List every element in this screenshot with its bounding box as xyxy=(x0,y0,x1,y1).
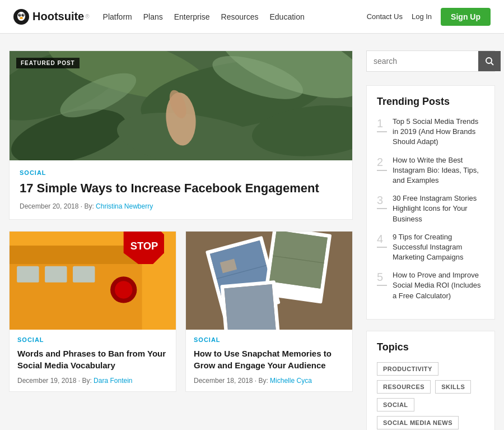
logo-trademark: ® xyxy=(85,13,89,20)
article-meta-1: December 18, 2018 · By: Michelle Cyca xyxy=(194,377,344,385)
topic-tag-3[interactable]: SOCIAL xyxy=(377,398,414,411)
photos-svg xyxy=(186,232,352,330)
trending-text-0[interactable]: Top 5 Social Media Trends in 2019 (And H… xyxy=(393,117,484,147)
article-category-1: SOCIAL xyxy=(194,336,344,343)
logo-area[interactable]: Hootsuite ® xyxy=(13,9,90,25)
svg-rect-24 xyxy=(73,266,95,282)
svg-rect-21 xyxy=(10,246,142,264)
featured-post-author[interactable]: Christina Newberry xyxy=(96,202,153,210)
nav-plans[interactable]: Plans xyxy=(143,12,163,21)
svg-point-28 xyxy=(115,281,133,299)
topics-section: Topics PRODUCTIVITY RESOURCES SKILLS SOC… xyxy=(366,331,495,430)
topic-tag-1[interactable]: RESOURCES xyxy=(377,380,431,394)
search-button[interactable] xyxy=(478,51,501,71)
contact-link[interactable]: Contact Us xyxy=(367,12,403,21)
article-content-0: SOCIAL Words and Phrases to Ban from You… xyxy=(10,330,176,391)
trending-num-3: 4 xyxy=(377,232,387,246)
nav-platform[interactable]: Platform xyxy=(103,12,132,21)
article-card-0: STOP SOCIAL Words and Phrases to Ban fro… xyxy=(9,231,176,392)
trending-num-4: 5 xyxy=(377,270,387,284)
trending-title: Trending Posts xyxy=(377,96,484,108)
nav-enterprise[interactable]: Enterprise xyxy=(174,12,210,21)
logo-text: Hootsuite xyxy=(32,10,84,23)
trending-num-wrapper-0: 1 xyxy=(377,117,387,132)
trending-text-2[interactable]: 30 Free Instagram Stories Highlight Icon… xyxy=(393,193,484,224)
featured-post-by: · By: xyxy=(81,202,96,210)
topics-tags: PRODUCTIVITY RESOURCES SKILLS SOCIAL SOC… xyxy=(377,362,484,430)
article-content-1: SOCIAL How to Use Snapchat Memories to G… xyxy=(186,330,352,391)
topics-title: Topics xyxy=(377,341,484,353)
article-title-0: Words and Phrases to Ban from Your Socia… xyxy=(17,348,168,371)
svg-rect-23 xyxy=(45,266,67,282)
article-image-0: STOP xyxy=(10,232,176,330)
featured-post-date: December 20, 2018 xyxy=(20,202,78,210)
content-area: FEATURED POST SOCIAL 17 Simple Ways to I… xyxy=(9,50,353,430)
nav-education[interactable]: Education xyxy=(269,12,304,21)
article-card-1: SOCIAL How to Use Snapchat Memories to G… xyxy=(185,231,353,392)
svg-point-6 xyxy=(20,17,23,19)
article-grid: STOP SOCIAL Words and Phrases to Ban fro… xyxy=(9,231,353,392)
trending-num-wrapper-2: 3 xyxy=(377,193,387,209)
topic-tag-2[interactable]: SKILLS xyxy=(435,380,471,394)
svg-point-4 xyxy=(20,14,21,15)
search-input[interactable] xyxy=(367,51,478,71)
featured-post-meta: December 20, 2018 · By: Christina Newber… xyxy=(20,202,342,210)
svg-rect-38 xyxy=(269,232,328,289)
sidebar: Trending Posts 1 Top 5 Social Media Tren… xyxy=(366,50,495,430)
svg-rect-22 xyxy=(17,266,39,282)
trending-num-0: 1 xyxy=(377,117,387,130)
svg-rect-42 xyxy=(224,284,276,330)
bus-svg: STOP xyxy=(10,232,176,330)
login-link[interactable]: Log In xyxy=(412,12,432,21)
site-header: Hootsuite ® Platform Plans Enterprise Re… xyxy=(0,0,504,34)
featured-post-title: 17 Simple Ways to Increase Facebook Enga… xyxy=(20,181,342,197)
article-image-bus: STOP xyxy=(10,232,176,330)
main-nav: Platform Plans Enterprise Resources Educ… xyxy=(103,12,367,21)
article-by-1: · By: xyxy=(255,377,270,385)
article-date-1: December 18, 2018 xyxy=(194,377,253,385)
article-author-1[interactable]: Michelle Cyca xyxy=(270,377,312,385)
trending-item-3: 4 9 Tips for Creating Successful Instagr… xyxy=(377,232,484,263)
svg-text:STOP: STOP xyxy=(130,239,158,251)
trending-section: Trending Posts 1 Top 5 Social Media Tren… xyxy=(366,85,495,320)
article-author-0[interactable]: Dara Fontein xyxy=(94,377,132,385)
article-meta-0: December 19, 2018 · By: Dara Fontein xyxy=(17,377,168,385)
main-container: FEATURED POST SOCIAL 17 Simple Ways to I… xyxy=(0,34,504,430)
search-box xyxy=(366,50,495,72)
trending-num-wrapper-1: 2 xyxy=(377,155,387,171)
trending-text-1[interactable]: How to Write the Best Instagram Bio: Ide… xyxy=(393,155,484,186)
article-date-0: December 19, 2018 xyxy=(17,377,76,385)
featured-post-image: FEATURED POST xyxy=(10,51,352,160)
svg-point-5 xyxy=(23,14,24,15)
topic-tag-4[interactable]: SOCIAL MEDIA NEWS xyxy=(377,416,459,429)
signup-button[interactable]: Sign Up xyxy=(441,8,491,26)
featured-post: FEATURED POST SOCIAL 17 Simple Ways to I… xyxy=(9,50,353,220)
article-image-photos xyxy=(186,232,352,330)
trending-line-0 xyxy=(377,131,387,132)
svg-point-1 xyxy=(17,12,25,21)
trending-item-1: 2 How to Write the Best Instagram Bio: I… xyxy=(377,155,484,186)
trending-text-3[interactable]: 9 Tips for Creating Successful Instagram… xyxy=(393,232,484,263)
featured-post-category: SOCIAL xyxy=(20,169,342,176)
article-category-0: SOCIAL xyxy=(17,336,168,343)
search-icon xyxy=(485,57,494,66)
trending-line-4 xyxy=(377,285,387,286)
trending-num-2: 3 xyxy=(377,193,387,207)
topic-tag-0[interactable]: PRODUCTIVITY xyxy=(377,362,438,376)
trending-text-4[interactable]: How to Prove and Improve Social Media RO… xyxy=(393,270,484,301)
trending-num-1: 2 xyxy=(377,155,387,169)
trending-item-2: 3 30 Free Instagram Stories Highlight Ic… xyxy=(377,193,484,224)
svg-line-44 xyxy=(491,63,493,65)
article-title-1: How to Use Snapchat Memories to Grow and… xyxy=(194,348,344,371)
trending-num-wrapper-4: 5 xyxy=(377,270,387,286)
trending-line-3 xyxy=(377,247,387,248)
trending-line-2 xyxy=(377,208,387,209)
trending-item-4: 5 How to Prove and Improve Social Media … xyxy=(377,270,484,301)
trending-list: 1 Top 5 Social Media Trends in 2019 (And… xyxy=(377,117,484,301)
trending-line-1 xyxy=(377,170,387,171)
trending-num-wrapper-3: 4 xyxy=(377,232,387,248)
header-right: Contact Us Log In Sign Up xyxy=(367,8,491,26)
featured-badge: FEATURED POST xyxy=(16,58,80,68)
hootsuite-logo-icon xyxy=(13,9,29,25)
nav-resources[interactable]: Resources xyxy=(221,12,259,21)
